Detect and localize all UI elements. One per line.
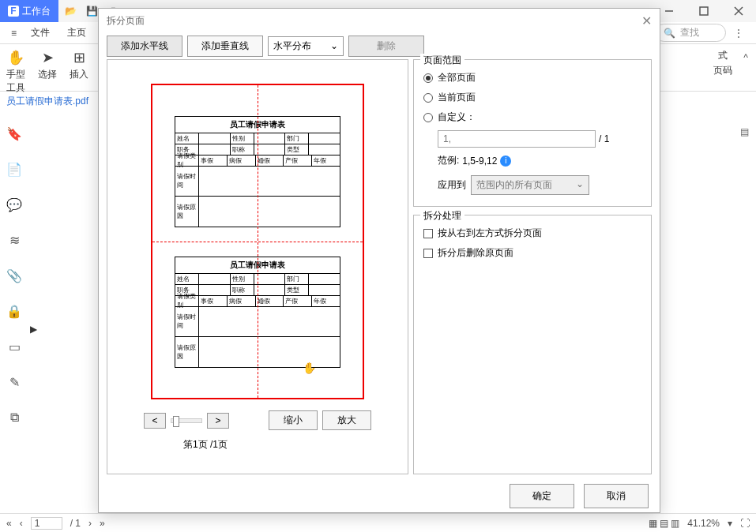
- status-page-total: / 1: [70, 518, 81, 529]
- check-del-label: 拆分后删除原页面: [438, 246, 513, 260]
- comment-icon[interactable]: 💬: [6, 197, 22, 212]
- example-value: 1,5-9,12: [462, 155, 497, 167]
- workbench-tab[interactable]: F 工作台: [0, 0, 58, 22]
- status-last-icon[interactable]: »: [100, 518, 105, 529]
- signature-icon[interactable]: ✎: [9, 375, 20, 390]
- chevron-down-icon: ⌄: [576, 178, 584, 192]
- settings-panel: 页面范围 全部页面 当前页面 自定义： / 1 范: [413, 59, 652, 474]
- status-prev-icon[interactable]: ‹: [20, 518, 23, 529]
- split-page-dialog: 拆分页面 ✕ 添加水平线 添加垂直线 水平分布 ⌄ 删除 员工请假申请表 姓名性…: [98, 8, 660, 513]
- preview-next-button[interactable]: >: [207, 413, 229, 429]
- search-icon: 🔍: [664, 28, 675, 39]
- bookmark-icon[interactable]: 🔖: [6, 126, 22, 141]
- lock-icon[interactable]: 🔒: [6, 304, 22, 319]
- open-icon[interactable]: 📂: [65, 6, 77, 17]
- search-placeholder: 查找: [680, 26, 699, 39]
- app-logo-icon: F: [8, 6, 19, 17]
- insert-label: 插入: [70, 68, 88, 81]
- status-zoom: 41.12%: [687, 518, 720, 529]
- form-icon[interactable]: ▭: [9, 339, 21, 354]
- status-zoom-dropdown-icon[interactable]: ▾: [728, 518, 732, 529]
- radio-icon: [423, 73, 433, 83]
- check-rtl[interactable]: 按从右到左方式拆分页面: [423, 223, 641, 243]
- insert-button[interactable]: ⊞ 插入: [66, 47, 92, 83]
- check-delete-original[interactable]: 拆分后删除原页面: [423, 243, 641, 263]
- preview-prev-button[interactable]: <: [144, 413, 166, 429]
- preview-page-label: 第1页 /1页: [144, 438, 371, 451]
- horizontal-split-line[interactable]: [152, 242, 363, 242]
- add-horizontal-button[interactable]: 添加水平线: [107, 36, 182, 57]
- radio-icon: [423, 113, 433, 122]
- hand-tool-button[interactable]: ✋ 手型 工具: [3, 47, 28, 96]
- radio-custom-label: 自定义：: [438, 111, 476, 124]
- status-first-icon[interactable]: «: [6, 518, 12, 529]
- ribbon-right: 式 页码 ^: [710, 47, 753, 79]
- cursor-icon: ➤: [42, 49, 54, 66]
- dialog-footer: 确定 取消: [99, 479, 660, 512]
- apply-to-select[interactable]: 范围内的所有页面 ⌄: [471, 175, 589, 195]
- preview-panel: 员工请假申请表 姓名性别部门 职务职称类型 请假类别事假病假婚假产假年假 请假时…: [107, 59, 408, 474]
- pages-icon[interactable]: 📄: [6, 162, 22, 177]
- dialog-toolbar: 添加水平线 添加垂直线 水平分布 ⌄ 删除: [99, 32, 660, 59]
- save-icon[interactable]: 💾: [86, 6, 98, 17]
- ok-button[interactable]: 确定: [510, 484, 574, 508]
- custom-range-input[interactable]: [438, 130, 596, 148]
- zoom-out-button[interactable]: 缩小: [269, 410, 318, 430]
- page-preview[interactable]: 员工请假申请表 姓名性别部门 职务职称类型 请假类别事假病假婚假产假年假 请假时…: [151, 84, 364, 399]
- copy-icon[interactable]: ⧉: [10, 410, 19, 425]
- page-range-title: 页面范围: [420, 54, 465, 67]
- dialog-close-button[interactable]: ✕: [641, 13, 652, 28]
- status-next-icon[interactable]: ›: [88, 518, 92, 529]
- search-box[interactable]: 🔍 查找: [655, 24, 726, 42]
- menu-home[interactable]: 主页: [59, 26, 94, 39]
- pagecode-label: 页码: [713, 64, 732, 77]
- close-button[interactable]: [721, 0, 756, 22]
- style-label: 式: [718, 49, 728, 62]
- layout-select[interactable]: 水平分布 ⌄: [268, 36, 344, 56]
- status-view-icons[interactable]: ▦ ▤ ▥: [649, 518, 680, 529]
- info-icon[interactable]: i: [500, 155, 511, 167]
- sidebar-expand-icon[interactable]: ▶: [30, 324, 37, 335]
- radio-current-label: 当前页面: [438, 91, 476, 104]
- menu-file[interactable]: 文件: [23, 26, 58, 39]
- radio-all-pages[interactable]: 全部页面: [423, 68, 641, 88]
- dialog-title-text: 拆分页面: [107, 14, 145, 28]
- workbench-label: 工作台: [22, 5, 51, 18]
- zoom-in-button[interactable]: 放大: [322, 410, 371, 430]
- cancel-button[interactable]: 取消: [584, 484, 649, 508]
- select-label: 选择: [38, 68, 57, 81]
- example-label: 范例:: [438, 154, 459, 167]
- layers-icon[interactable]: ≋: [9, 233, 20, 248]
- preview-controls: < > 缩小 放大: [144, 410, 371, 430]
- radio-current-page[interactable]: 当前页面: [423, 88, 641, 107]
- status-page-current[interactable]: 1: [31, 517, 62, 530]
- attachment-icon[interactable]: 📎: [6, 268, 22, 283]
- window-controls: [652, 0, 756, 22]
- page-range-group: 页面范围 全部页面 当前页面 自定义： / 1 范: [413, 59, 652, 207]
- hand-tool-label: 手型 工具: [6, 68, 25, 95]
- style-button[interactable]: 式 页码: [710, 47, 735, 79]
- radio-all-label: 全部页面: [438, 71, 476, 84]
- delete-button[interactable]: 删除: [348, 36, 424, 57]
- hamburger-icon[interactable]: ≡: [6, 28, 21, 39]
- menu-more-icon[interactable]: ⋮: [728, 28, 750, 39]
- select-button[interactable]: ➤ 选择: [35, 47, 60, 83]
- ribbon-collapse-icon[interactable]: ^: [739, 47, 753, 68]
- apply-to-row: 应用到 范围内的所有页面 ⌄: [438, 175, 641, 195]
- check-rtl-label: 按从右到左方式拆分页面: [438, 227, 542, 240]
- range-example: 范例: 1,5-9,12 i: [438, 151, 641, 170]
- preview-slider[interactable]: [171, 418, 202, 423]
- slider-thumb[interactable]: [173, 416, 179, 427]
- add-vertical-button[interactable]: 添加垂直线: [187, 36, 263, 57]
- split-process-group: 拆分处理 按从右到左方式拆分页面 拆分后删除原页面: [413, 215, 652, 474]
- radio-custom[interactable]: 自定义：: [423, 107, 641, 127]
- status-fullscreen-icon[interactable]: ⛶: [740, 518, 750, 529]
- apply-to-value: 范围内的所有页面: [476, 178, 552, 192]
- radio-icon: [423, 93, 433, 103]
- checkbox-icon: [423, 249, 433, 258]
- side-toolbar: 🔖 📄 💬 ≋ 📎 🔒 ▭ ✎ ⧉: [0, 126, 28, 425]
- right-panel-icon[interactable]: ▤: [740, 126, 756, 137]
- hand-icon: ✋: [7, 49, 24, 66]
- svg-rect-1: [700, 7, 708, 15]
- maximize-button[interactable]: [686, 0, 721, 22]
